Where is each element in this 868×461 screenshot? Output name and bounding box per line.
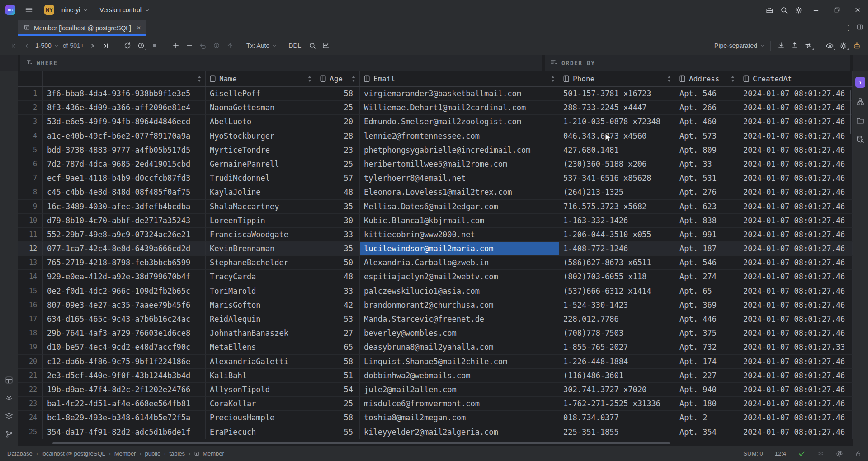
project-selector[interactable]: nine-yi [58,4,92,16]
cell-created[interactable]: 2024-01-07 08:01:27.46 [739,256,853,270]
cell-email[interactable]: lucilewindsor@mail2maria.com [360,242,559,256]
cell-age[interactable]: 48 [316,270,360,284]
cell-created[interactable]: 2024-01-07 08:01:27.46 [739,425,853,439]
cell-age[interactable]: 42 [316,298,360,312]
cell-address[interactable]: Apt. 274 [675,270,739,284]
cell-name[interactable]: KaliBahl [206,369,316,383]
toolbox-icon[interactable] [762,3,777,17]
cell-phone[interactable]: 018.734.0377 [559,411,675,425]
cell-address[interactable]: Apt. 369 [675,298,739,312]
row-number[interactable]: 8 [18,185,43,199]
sort-icon[interactable] [195,76,201,82]
breadcrumb-item[interactable]: Member [194,450,224,457]
cell-created[interactable]: 2024-01-07 08:01:27.46 [739,242,853,256]
tx-mode-dropdown[interactable]: Tx: Auto [245,42,279,49]
column-header-email[interactable]: Email [360,71,559,86]
cell-email[interactable]: tylerhoerr8@4email.net [360,171,559,185]
modules-tool-icon[interactable] [855,97,865,107]
cell-name[interactable]: AllysonTipold [206,383,316,397]
cell-email[interactable]: toshia8@mail2megan.com [360,411,559,425]
cell-id[interactable]: c12-da6b-4f86-9c75-9bf1f224186e [43,355,206,369]
cell-age[interactable]: 58 [316,411,360,425]
cell-created[interactable]: 2024-01-07 08:01:27.46 [739,228,853,242]
cell-name[interactable]: EraPiecuch [206,425,316,439]
database-users-icon[interactable] [855,135,865,145]
cell-address[interactable]: Apt. 174 [675,355,739,369]
git-branch-icon[interactable] [4,429,14,439]
cell-name[interactable]: CoraKollar [206,397,316,411]
cell-age[interactable]: 28 [316,129,360,143]
cell-id[interactable]: 53d-e6e5-49f9-94fb-8964d4846ecd [43,115,206,129]
vcs-menu[interactable]: Version control [96,4,154,16]
cell-name[interactable]: StephaneBachelder [206,256,316,270]
row-number[interactable]: 10 [18,214,43,228]
cell-address[interactable]: Apt. 838 [675,214,739,228]
cell-id[interactable]: a1c-e40b-49cf-b6e2-077f89170a9a [43,129,206,143]
cell-email[interactable]: Alexandria.Carballo@zweb.in [360,256,559,270]
cell-phone[interactable]: 1-524-330-1423 [559,298,675,312]
cell-created[interactable]: 2024-01-07 08:01:27.46 [739,298,853,312]
cell-age[interactable]: 54 [316,383,360,397]
tab-member-table[interactable]: Member [localhost @ postgreSQL] ✕ [18,20,146,36]
row-number[interactable]: 21 [18,369,43,383]
background-tasks-icon[interactable] [817,450,824,457]
cell-id[interactable]: 354-da17-4f91-82d2-adc5d1b6de1f [43,425,206,439]
cell-created[interactable]: 2024-01-07 08:01:27.46 [739,383,853,397]
cell-phone[interactable]: (586)627-8673 x6511 [559,256,675,270]
cell-id[interactable]: bc1-8e29-493e-b348-6144b5e72f5a [43,411,206,425]
cell-created[interactable]: 2024-01-07 08:01:27.46 [739,312,853,326]
cell-address[interactable]: Apt. 227 [675,369,739,383]
import-upload-icon[interactable] [788,39,802,52]
cell-email[interactable]: brandonmorant2@churchusa.com [360,298,559,312]
cell-created[interactable]: 2024-01-07 08:01:27.46 [739,143,853,157]
cell-phone[interactable]: 501-157-3781 x16723 [559,87,675,101]
cell-address[interactable]: Apt. 546 [675,87,739,101]
cell-email[interactable]: espitiajaclyn2@mail2webtv.com [360,270,559,284]
cell-age[interactable]: 20 [316,115,360,129]
cell-created[interactable]: 2024-01-07 08:01:27.46 [739,171,853,185]
cell-phone[interactable]: 1-210-035-0878 x72348 [559,115,675,129]
where-filter-input[interactable]: WHERE [20,55,542,71]
revert-icon[interactable] [210,39,223,52]
cell-id[interactable]: 765-2719-4218-8798-feb3bbcb6599 [43,256,206,270]
cell-address[interactable]: Apt. 180 [675,397,739,411]
cell-address[interactable]: Apt. 276 [675,185,739,199]
cell-name[interactable]: MetaEllens [206,340,316,354]
services-layers-icon[interactable] [4,411,14,421]
no-default-schema-icon[interactable] [836,450,843,457]
cell-created[interactable]: 2024-01-07 08:01:27.46 [739,214,853,228]
cell-created[interactable]: 2024-01-07 08:01:27.46 [739,369,853,383]
connection-ok-check-icon[interactable] [798,450,806,457]
cell-email[interactable]: palczewskilucio1@asia.com [360,284,559,298]
cell-age[interactable]: 23 [316,143,360,157]
cell-age[interactable]: 53 [316,312,360,326]
window-minimize-button[interactable] [806,0,826,20]
cell-name[interactable]: MarisGofton [206,298,316,312]
cell-email[interactable]: Manda.Starcevic@freenet.de [360,312,559,326]
window-restore-button[interactable] [826,0,847,20]
cell-created[interactable]: 2024-01-07 08:01:27.46 [739,411,853,425]
cell-age[interactable]: 25 [316,157,360,171]
cell-phone[interactable]: (264)213-1325 [559,185,675,199]
column-header-phone[interactable]: Phone [559,71,675,86]
cell-age[interactable]: 33 [316,228,360,242]
undo-icon[interactable] [196,39,210,52]
aggregate-sum-label[interactable]: SUM: 0 [743,450,763,457]
compare-swap-icon[interactable] [802,39,815,52]
cell-age[interactable]: 55 [316,425,360,439]
cell-address[interactable]: Apt. 266 [675,101,739,115]
row-number[interactable]: 4 [18,129,43,143]
cell-name[interactable]: ReidAlequin [206,312,316,326]
cell-id[interactable]: bdd-3738-4883-9777-a4fb05b517d5 [43,143,206,157]
hamburger-menu-icon[interactable] [22,3,36,17]
cell-email[interactable]: Linquist.Shanae5@mail2chile.com [360,355,559,369]
stop-icon[interactable] [148,39,161,52]
cell-phone[interactable]: 228.012.7786 [559,312,675,326]
cell-phone[interactable]: 302.741.3727 x7020 [559,383,675,397]
close-icon[interactable]: ✕ [137,25,141,31]
cell-address[interactable]: Apt. 446 [675,312,739,326]
cell-email[interactable]: deasybruna8@mail2yahalla.com [360,340,559,354]
cell-age[interactable]: 33 [316,284,360,298]
column-header-created[interactable]: CreatedAt [739,71,853,86]
cell-created[interactable]: 2024-01-07 08:01:27.46 [739,355,853,369]
